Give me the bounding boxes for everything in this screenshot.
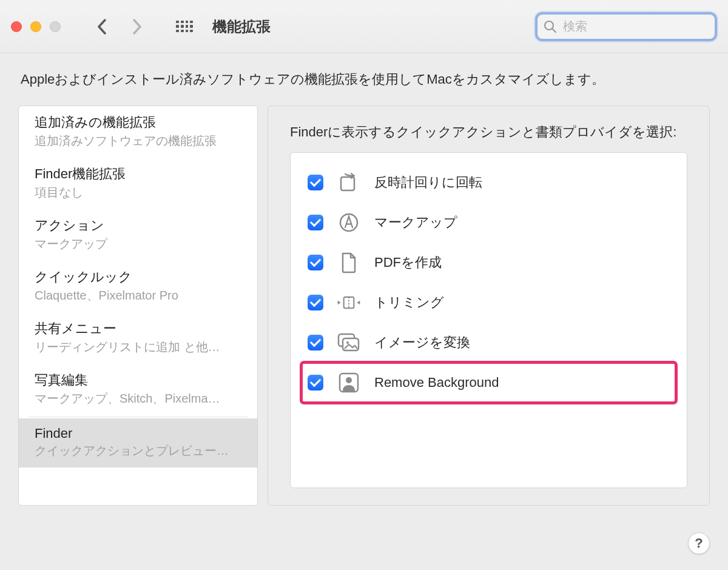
sidebar-item-subtitle: 追加済みソフトウェアの機能拡張 (35, 133, 241, 149)
chevron-right-icon (132, 19, 142, 35)
forward-button[interactable] (125, 15, 149, 39)
checklist-box: 反時計回りに回転 マークアップ PDFを作成 (290, 152, 687, 488)
toolbar: 機能拡張 (0, 0, 728, 53)
detail-panel: Finderに表示するクイックアクションと書類プロバイダを選択: 反時計回りに回… (268, 106, 710, 506)
sidebar-item-title: アクション (35, 216, 241, 235)
markup-icon (337, 210, 361, 235)
quick-action-create-pdf[interactable]: PDFを作成 (302, 243, 676, 283)
sidebar-item-added-extensions[interactable]: 追加済みの機能拡張 追加済みソフトウェアの機能拡張 (19, 106, 257, 158)
quick-action-remove-background[interactable]: Remove Background (302, 363, 676, 403)
chevron-left-icon (97, 19, 107, 35)
document-icon (337, 250, 361, 275)
checkbox[interactable] (308, 175, 323, 190)
search-input[interactable] (563, 19, 716, 33)
minimize-button[interactable] (30, 21, 41, 32)
sidebar-item-subtitle: マークアップ、Skitch、Pixelma… (35, 391, 241, 407)
sidebar-item-title: 写真編集 (35, 371, 241, 389)
sidebar-item-actions[interactable]: アクション マークアップ (19, 209, 257, 261)
zoom-button[interactable] (50, 21, 61, 32)
rotate-ccw-icon (337, 170, 361, 195)
checkbox[interactable] (308, 215, 323, 230)
panels: 追加済みの機能拡張 追加済みソフトウェアの機能拡張 Finder機能拡張 項目な… (18, 106, 710, 506)
traffic-lights (11, 21, 61, 32)
content-area: Appleおよびインストール済みソフトウェアの機能拡張を使用してMacをカスタマ… (0, 53, 728, 570)
quick-action-markup[interactable]: マークアップ (302, 203, 676, 243)
sidebar-item-share-menu[interactable]: 共有メニュー リーディングリストに追加 と他… (19, 312, 257, 364)
grid-icon (176, 21, 193, 33)
trim-icon (337, 290, 361, 315)
sidebar: 追加済みの機能拡張 追加済みソフトウェアの機能拡張 Finder機能拡張 項目な… (18, 106, 258, 506)
sidebar-item-title: クイックルック (35, 268, 241, 286)
detail-heading: Finderに表示するクイックアクションと書類プロバイダを選択: (290, 123, 687, 141)
sidebar-item-quick-look[interactable]: クイックルック Claquette、Pixelmator Pro (19, 261, 257, 312)
quick-action-label: イメージを変換 (374, 334, 470, 352)
checkbox[interactable] (308, 295, 323, 310)
window-title: 機能拡張 (212, 17, 271, 36)
svg-point-10 (346, 377, 352, 383)
sidebar-item-title: Finder (35, 426, 241, 441)
svg-rect-2 (341, 177, 354, 190)
person-crop-icon (337, 370, 361, 395)
quick-action-label: トリミング (374, 293, 444, 312)
sidebar-item-finder-extensions[interactable]: Finder機能拡張 項目なし (19, 158, 257, 209)
quick-action-rotate-ccw[interactable]: 反時計回りに回転 (302, 163, 676, 203)
sidebar-item-subtitle: リーディングリストに追加 と他… (35, 339, 241, 355)
preferences-window: 機能拡張 Appleおよびインストール済みソフトウェアの機能拡張を使用してMac… (0, 0, 728, 570)
checkbox[interactable] (308, 335, 323, 350)
svg-point-8 (346, 341, 349, 344)
quick-action-label: PDFを作成 (374, 253, 442, 272)
sidebar-item-title: Finder機能拡張 (35, 165, 241, 183)
quick-action-label: Remove Background (374, 375, 499, 391)
back-button[interactable] (90, 15, 114, 39)
sidebar-item-subtitle: 項目なし (35, 184, 241, 201)
sidebar-item-finder[interactable]: Finder クイックアクションとプレビュー… (19, 418, 257, 468)
sidebar-separator (29, 417, 248, 417)
help-icon: ? (695, 535, 703, 551)
sidebar-item-photo-editing[interactable]: 写真編集 マークアップ、Skitch、Pixelma… (19, 364, 257, 415)
search-icon (544, 20, 557, 33)
search-field-wrap[interactable] (535, 12, 717, 41)
quick-action-convert-image[interactable]: イメージを変換 (302, 323, 676, 363)
sidebar-item-title: 共有メニュー (35, 320, 241, 338)
close-button[interactable] (11, 21, 22, 32)
svg-line-1 (553, 29, 556, 32)
sidebar-item-subtitle: Claquette、Pixelmator Pro (35, 287, 241, 304)
show-all-button[interactable] (172, 15, 197, 39)
checkbox[interactable] (308, 255, 323, 270)
quick-action-label: 反時計回りに回転 (374, 173, 482, 192)
sidebar-item-subtitle: マークアップ (35, 236, 241, 252)
quick-action-trim[interactable]: トリミング (302, 283, 676, 323)
checkbox[interactable] (308, 375, 323, 391)
page-description: Appleおよびインストール済みソフトウェアの機能拡張を使用してMacをカスタマ… (18, 53, 710, 106)
convert-image-icon (337, 330, 361, 355)
sidebar-item-subtitle: クイックアクションとプレビュー… (35, 443, 241, 459)
help-button[interactable]: ? (688, 532, 710, 554)
quick-action-label: マークアップ (374, 213, 457, 232)
sidebar-item-title: 追加済みの機能拡張 (35, 113, 241, 132)
